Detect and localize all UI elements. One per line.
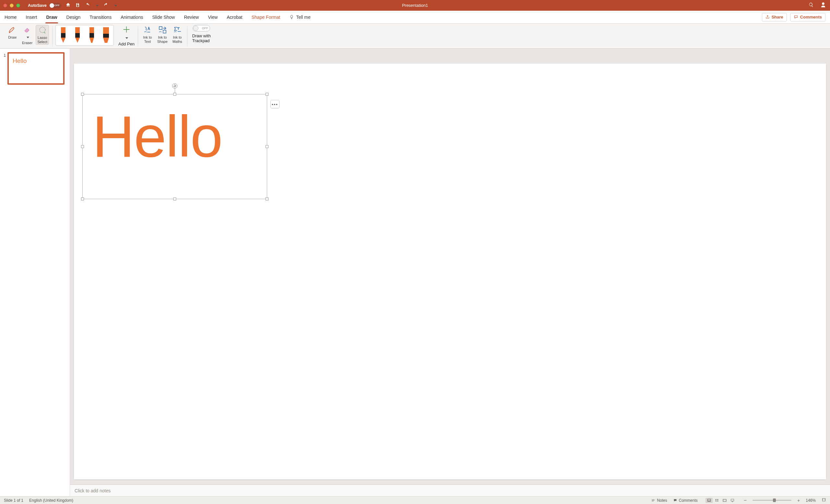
add-pen-dropdown-icon[interactable] bbox=[125, 35, 128, 40]
qat-customize-icon[interactable] bbox=[114, 3, 117, 8]
reading-view-button[interactable] bbox=[721, 498, 728, 503]
trackpad-label: Draw with Trackpad bbox=[192, 33, 211, 43]
zoom-slider-thumb[interactable] bbox=[773, 499, 776, 502]
ribbon-group-trackpad: OFF Draw with Trackpad bbox=[187, 24, 214, 48]
tab-insert[interactable]: Insert bbox=[26, 11, 37, 23]
slide-thumbnail-pane[interactable]: 1 Hello bbox=[0, 49, 70, 496]
notes-pane[interactable]: Click to add notes bbox=[70, 484, 830, 496]
eraser-button[interactable]: Eraser bbox=[21, 25, 34, 46]
lasso-select-button[interactable]: Lasso Select bbox=[36, 25, 49, 45]
tab-acrobat[interactable]: Acrobat bbox=[227, 11, 242, 23]
slide-area: Hello ••• Click to add notes bbox=[70, 49, 830, 496]
svg-rect-11 bbox=[103, 34, 109, 38]
ribbon-group-pens: Add Pen bbox=[52, 24, 138, 48]
pen-gallery[interactable] bbox=[56, 25, 114, 46]
slide-canvas[interactable]: Hello ••• bbox=[74, 64, 826, 479]
slide-canvas-wrap[interactable]: Hello ••• bbox=[70, 49, 830, 484]
status-slide-info[interactable]: Slide 1 of 1 bbox=[4, 498, 23, 503]
resize-handle-r[interactable] bbox=[265, 145, 268, 148]
tab-slide-show[interactable]: Slide Show bbox=[152, 11, 175, 23]
resize-handle-br[interactable] bbox=[265, 197, 268, 200]
tab-review[interactable]: Review bbox=[184, 11, 199, 23]
slide-1-thumbnail[interactable]: Hello bbox=[8, 53, 64, 84]
titlebar-right bbox=[808, 2, 826, 9]
draw-with-trackpad[interactable]: OFF Draw with Trackpad bbox=[192, 25, 211, 43]
status-language[interactable]: English (United Kingdom) bbox=[29, 498, 73, 503]
pen-2[interactable] bbox=[72, 27, 83, 44]
svg-marker-9 bbox=[90, 38, 94, 43]
toggle-knob bbox=[50, 3, 54, 8]
ink-to-text-button[interactable]: Ink to Text bbox=[141, 25, 154, 44]
undo-dropdown-icon[interactable] bbox=[95, 3, 99, 8]
zoom-in-button[interactable]: + bbox=[797, 498, 800, 503]
resize-handle-t[interactable] bbox=[173, 93, 177, 96]
fit-window-icon bbox=[822, 498, 826, 502]
maximize-window-icon[interactable] bbox=[16, 4, 20, 7]
pen-1[interactable] bbox=[58, 27, 69, 44]
svg-rect-19 bbox=[717, 500, 719, 501]
minimize-window-icon[interactable] bbox=[10, 4, 13, 7]
zoom-level[interactable]: 146% bbox=[806, 498, 816, 503]
eraser-dropdown-icon[interactable] bbox=[26, 35, 29, 39]
sorter-view-icon bbox=[714, 499, 719, 502]
rotation-handle[interactable] bbox=[172, 83, 177, 89]
tab-design[interactable]: Design bbox=[66, 11, 81, 23]
slideshow-view-button[interactable] bbox=[729, 498, 736, 503]
tab-draw[interactable]: Draw bbox=[46, 11, 57, 23]
resize-handle-tr[interactable] bbox=[265, 93, 268, 96]
quick-access-toolbar bbox=[65, 2, 117, 8]
slide-title-text[interactable]: Hello bbox=[92, 107, 222, 166]
fit-to-window-button[interactable] bbox=[822, 498, 826, 503]
plus-icon bbox=[122, 25, 131, 34]
autosave-control[interactable]: AutoSave OFF bbox=[28, 3, 61, 8]
shape-context-menu-button[interactable]: ••• bbox=[270, 100, 280, 108]
svg-point-0 bbox=[39, 27, 45, 32]
slide-sorter-view-button[interactable] bbox=[713, 498, 721, 503]
pen-4[interactable] bbox=[100, 27, 111, 44]
add-pen-button[interactable]: Add Pen bbox=[118, 25, 134, 46]
status-notes-button[interactable]: Notes bbox=[651, 498, 667, 503]
reading-view-icon bbox=[722, 499, 727, 502]
tab-home[interactable]: Home bbox=[4, 11, 17, 23]
tab-animations[interactable]: Animations bbox=[121, 11, 143, 23]
close-window-icon[interactable] bbox=[3, 4, 7, 7]
autosave-toggle[interactable]: OFF bbox=[49, 3, 61, 8]
resize-handle-l[interactable] bbox=[81, 145, 84, 148]
ink-to-shape-button[interactable]: Ink to Shape bbox=[156, 25, 169, 44]
pen-3[interactable] bbox=[86, 27, 97, 44]
trackpad-toggle[interactable]: OFF bbox=[193, 25, 210, 31]
redo-icon[interactable] bbox=[103, 3, 109, 8]
resize-handle-bl[interactable] bbox=[81, 197, 84, 200]
ribbon-content-draw: Draw Eraser Lasso Select Add Pen bbox=[0, 24, 830, 49]
resize-handle-b[interactable] bbox=[173, 197, 177, 200]
account-icon[interactable] bbox=[820, 2, 826, 9]
home-icon[interactable] bbox=[65, 2, 71, 8]
ribbon-group-ink-convert: Ink to Text Ink to Shape Ink to Maths bbox=[138, 24, 187, 48]
tab-view[interactable]: View bbox=[208, 11, 218, 23]
undo-icon[interactable] bbox=[85, 3, 91, 8]
normal-view-button[interactable] bbox=[705, 498, 713, 503]
save-icon[interactable] bbox=[75, 3, 80, 8]
resize-handle-tl[interactable] bbox=[81, 93, 84, 96]
zoom-slider[interactable] bbox=[753, 500, 791, 501]
search-icon[interactable] bbox=[808, 2, 814, 8]
comments-button[interactable]: Comments bbox=[790, 13, 826, 22]
selected-text-box[interactable]: Hello bbox=[82, 94, 267, 199]
svg-rect-7 bbox=[90, 27, 94, 33]
draw-tool-button[interactable]: Draw bbox=[6, 25, 19, 40]
status-comments-button[interactable]: Comments bbox=[673, 498, 698, 503]
ink-maths-label: Ink to Maths bbox=[172, 35, 182, 43]
tell-me-search[interactable]: Tell me bbox=[289, 14, 310, 20]
zoom-out-button[interactable]: − bbox=[744, 498, 747, 503]
notes-icon bbox=[651, 499, 655, 502]
draw-tool-label: Draw bbox=[8, 35, 17, 39]
thumbnail-number: 1 bbox=[2, 53, 6, 58]
tab-shape-format[interactable]: Shape Format bbox=[252, 11, 281, 23]
thumbnail-row[interactable]: 1 Hello bbox=[2, 53, 68, 84]
tab-transitions[interactable]: Transitions bbox=[90, 11, 111, 23]
lasso-label: Lasso Select bbox=[37, 36, 47, 44]
share-button[interactable]: Share bbox=[762, 13, 787, 22]
ink-to-maths-button[interactable]: Ink to Maths bbox=[171, 25, 184, 44]
ink-shape-label: Ink to Shape bbox=[157, 35, 168, 43]
svg-rect-5 bbox=[75, 33, 80, 38]
